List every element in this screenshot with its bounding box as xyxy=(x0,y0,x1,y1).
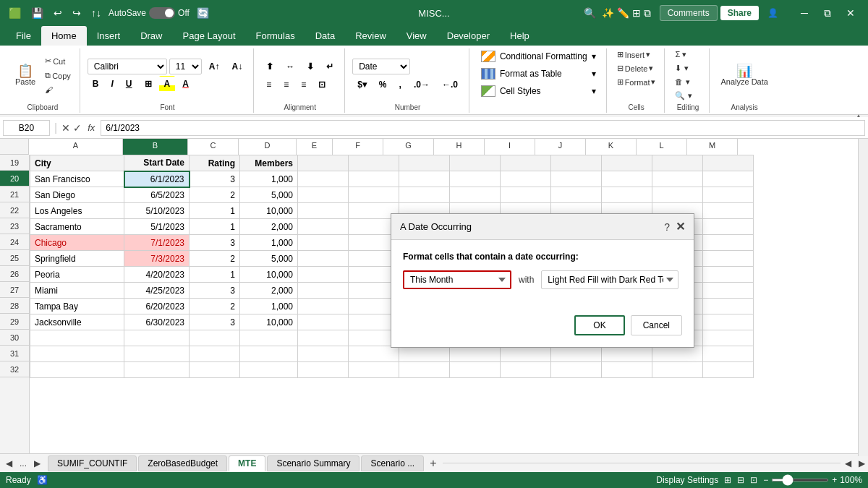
cell-23-3[interactable]: 2,000 xyxy=(240,219,298,235)
tab-help[interactable]: Help xyxy=(500,26,540,46)
cell-19-5[interactable] xyxy=(349,155,399,171)
zoom-out-icon[interactable]: − xyxy=(763,475,768,485)
cell-19-12[interactable] xyxy=(703,155,754,171)
cell-20-10[interactable] xyxy=(602,171,652,187)
redo-icon[interactable]: ↪ xyxy=(69,6,84,20)
cell-32-4[interactable] xyxy=(298,362,349,378)
row-num-20[interactable]: 20 xyxy=(0,171,29,187)
cell-24-0[interactable]: Chicago xyxy=(30,235,124,251)
tab-scroll-left[interactable]: ◀ xyxy=(842,457,854,470)
cell-21-3[interactable]: 5,000 xyxy=(240,187,298,203)
comma-button[interactable]: , xyxy=(394,77,407,93)
clear-button[interactable]: 🗑 ▾ xyxy=(672,76,692,88)
formula-input[interactable] xyxy=(101,120,865,136)
cell-28-0[interactable]: Tampa Bay xyxy=(30,299,124,314)
zoom-in-icon[interactable]: + xyxy=(832,475,837,485)
cell-19-1[interactable]: Start Date xyxy=(124,155,190,171)
cell-32-10[interactable] xyxy=(602,362,652,378)
cell-32-5[interactable] xyxy=(349,362,399,378)
cell-20-1[interactable]: 6/1/2023 xyxy=(124,171,190,187)
cell-23-0[interactable]: Sacramento xyxy=(30,219,124,235)
cell-23-1[interactable]: 5/1/2023 xyxy=(124,219,190,235)
col-header-l[interactable]: L xyxy=(637,139,687,155)
cell-21-4[interactable] xyxy=(298,187,349,203)
col-header-m[interactable]: M xyxy=(687,139,738,155)
cell-32-6[interactable] xyxy=(399,362,450,378)
tab-sumif[interactable]: SUMIF_COUNTIF xyxy=(48,455,137,471)
cell-21-5[interactable] xyxy=(349,187,399,203)
tab-view[interactable]: View xyxy=(396,26,437,46)
cell-22-2[interactable]: 1 xyxy=(190,203,240,219)
cell-20-4[interactable] xyxy=(298,171,349,187)
cell-29-4[interactable] xyxy=(298,314,349,330)
ok-button[interactable]: OK xyxy=(574,315,624,335)
number-format-select[interactable]: Date xyxy=(352,59,410,74)
tab-data[interactable]: Data xyxy=(305,26,345,46)
cell-30-2[interactable] xyxy=(190,330,240,346)
cell-20-11[interactable] xyxy=(652,171,703,187)
cell-30-12[interactable] xyxy=(703,330,754,346)
percent-button[interactable]: % xyxy=(374,77,392,93)
cell-21-6[interactable] xyxy=(399,187,450,203)
row-num-26[interactable]: 26 xyxy=(0,266,29,282)
sum-button[interactable]: Σ ▾ xyxy=(672,48,689,61)
cell-styles-button[interactable]: Cell Styles ▾ xyxy=(477,83,600,99)
cell-21-11[interactable] xyxy=(652,187,703,203)
cell-32-2[interactable] xyxy=(190,362,240,378)
col-header-g[interactable]: G xyxy=(383,139,434,155)
cancel-formula-icon[interactable]: ✕ xyxy=(61,122,70,134)
fill-button[interactable]: ⬇ ▾ xyxy=(672,62,691,74)
cell-27-1[interactable]: 4/25/2023 xyxy=(124,283,190,299)
tab-insert[interactable]: Insert xyxy=(87,26,131,46)
cell-31-3[interactable] xyxy=(240,346,298,362)
cell-31-1[interactable] xyxy=(124,346,190,362)
cell-26-2[interactable]: 1 xyxy=(190,267,240,283)
cell-30-3[interactable] xyxy=(240,330,298,346)
cell-26-4[interactable] xyxy=(298,267,349,283)
display-settings[interactable]: Display Settings xyxy=(656,475,718,485)
cell-20-7[interactable] xyxy=(450,171,501,187)
cell-24-4[interactable] xyxy=(298,235,349,251)
cell-26-3[interactable]: 10,000 xyxy=(240,267,298,283)
tab-home[interactable]: Home xyxy=(41,26,87,46)
cell-27-0[interactable]: Miami xyxy=(30,283,124,299)
cell-28-12[interactable] xyxy=(703,299,754,314)
col-header-b[interactable]: B xyxy=(123,139,188,155)
cell-19-6[interactable] xyxy=(399,155,450,171)
scrollbar-right[interactable] xyxy=(858,155,868,453)
cell-25-4[interactable] xyxy=(298,251,349,267)
row-num-29[interactable]: 29 xyxy=(0,314,29,330)
tab-developer[interactable]: Developer xyxy=(437,26,500,46)
bold-button[interactable]: B xyxy=(88,76,104,92)
col-header-f[interactable]: F xyxy=(333,139,383,155)
view-layout-icon[interactable]: ⊟ xyxy=(737,475,744,485)
paste-button[interactable]: 📋 Paste xyxy=(12,62,39,88)
cell-20-2[interactable]: 3 xyxy=(190,171,240,187)
tab-file[interactable]: File xyxy=(6,26,41,46)
cell-28-4[interactable] xyxy=(298,299,349,314)
font-color-button[interactable]: A xyxy=(177,76,194,92)
cancel-button[interactable]: Cancel xyxy=(631,315,682,335)
increase-font-button[interactable]: A↑ xyxy=(204,59,225,74)
italic-button[interactable]: I xyxy=(106,76,119,92)
cell-32-9[interactable] xyxy=(551,362,602,378)
tab-draw[interactable]: Draw xyxy=(130,26,172,46)
cell-25-12[interactable] xyxy=(703,251,754,267)
cell-31-9[interactable] xyxy=(551,346,602,362)
underline-button[interactable]: U xyxy=(121,76,137,92)
align-bottom-button[interactable]: ⬇ xyxy=(302,59,319,74)
tab-formulas[interactable]: Formulas xyxy=(246,26,305,46)
align-top-button[interactable]: ⬆ xyxy=(261,59,278,74)
decimal-increase-button[interactable]: .0→ xyxy=(409,77,435,93)
cut-button[interactable]: ✂ Cut xyxy=(42,55,74,67)
row-num-21[interactable]: 21 xyxy=(0,187,29,202)
cell-20-5[interactable] xyxy=(349,171,399,187)
confirm-formula-icon[interactable]: ✓ xyxy=(73,122,82,134)
cell-20-8[interactable] xyxy=(501,171,551,187)
tab-mte[interactable]: MTE xyxy=(229,455,265,471)
tab-ellipsis-button[interactable]: ... xyxy=(17,457,30,470)
row-num-25[interactable]: 25 xyxy=(0,250,29,266)
align-center-button[interactable]: ≡ xyxy=(278,77,294,93)
minimize-button[interactable]: ─ xyxy=(793,1,816,25)
row-num-22[interactable]: 22 xyxy=(0,202,29,218)
